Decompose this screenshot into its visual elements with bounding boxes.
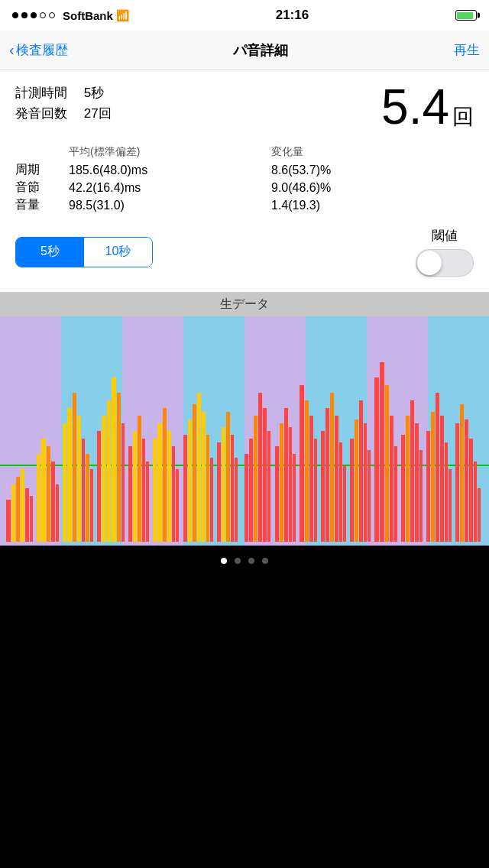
row-2-label: 音量: [15, 197, 69, 213]
svg-rect-28: [102, 416, 106, 542]
svg-rect-85: [390, 416, 393, 542]
svg-rect-97: [449, 469, 452, 542]
status-right: [455, 10, 477, 21]
svg-rect-72: [325, 408, 329, 542]
svg-rect-66: [293, 454, 296, 542]
svg-rect-90: [415, 423, 419, 542]
svg-rect-38: [153, 439, 157, 542]
segment-5sec[interactable]: 5秒: [16, 238, 84, 267]
play-button[interactable]: 再生: [454, 41, 480, 59]
svg-rect-78: [355, 419, 358, 542]
svg-rect-9: [6, 500, 11, 542]
svg-rect-68: [305, 400, 309, 542]
row-0-change: 8.6(53.7)%: [271, 164, 474, 177]
svg-rect-48: [202, 412, 206, 542]
svg-rect-76: [343, 465, 346, 542]
svg-rect-12: [21, 469, 24, 542]
svg-rect-37: [146, 462, 149, 542]
count-label: 発音回数: [15, 106, 67, 121]
svg-rect-87: [401, 435, 405, 542]
svg-rect-53: [226, 412, 230, 542]
svg-rect-27: [97, 431, 101, 542]
svg-rect-77: [350, 439, 354, 542]
svg-rect-45: [188, 419, 192, 542]
stats-header: 平均(標準偏差) 変化量: [69, 145, 474, 159]
svg-rect-51: [217, 442, 221, 542]
segment-10sec[interactable]: 10秒: [84, 238, 152, 267]
page-dot-2: [248, 558, 254, 564]
duration-value: 5秒: [84, 86, 104, 100]
threshold-section: 閾値: [416, 227, 474, 277]
segment-control[interactable]: 5秒 10秒: [15, 237, 153, 267]
duration-label: 計測時間: [15, 86, 67, 100]
svg-rect-63: [280, 423, 283, 542]
svg-rect-43: [176, 469, 179, 542]
status-bar: SoftBank 📶 21:16: [0, 0, 489, 31]
svg-rect-52: [222, 427, 225, 542]
svg-rect-40: [163, 408, 167, 542]
svg-rect-102: [474, 462, 477, 542]
svg-rect-33: [128, 446, 132, 542]
svg-rect-69: [309, 416, 313, 542]
signal-dots: [12, 12, 55, 18]
carrier-label: SoftBank: [63, 9, 113, 22]
svg-rect-80: [364, 423, 367, 542]
svg-rect-100: [465, 419, 468, 542]
svg-rect-49: [206, 435, 209, 542]
svg-rect-24: [82, 439, 85, 542]
svg-rect-91: [419, 450, 423, 542]
svg-rect-67: [300, 385, 304, 542]
svg-rect-25: [86, 454, 89, 542]
big-number-unit: 回: [452, 106, 474, 128]
svg-rect-64: [284, 408, 288, 542]
svg-rect-99: [460, 404, 464, 542]
main-content: 計測時間 5秒 発音回数 27回 5.4 回 平均(標準偏差) 変化量 周期 1…: [0, 70, 489, 292]
count-value: 27回: [84, 106, 112, 121]
svg-rect-88: [406, 416, 410, 542]
svg-rect-84: [385, 385, 389, 542]
svg-rect-54: [231, 435, 234, 542]
svg-rect-70: [314, 439, 317, 542]
svg-rect-92: [426, 431, 430, 542]
row-1-avg: 42.2(16.4)ms: [69, 181, 271, 195]
svg-rect-93: [431, 412, 435, 542]
svg-rect-60: [263, 408, 267, 542]
svg-rect-26: [90, 469, 93, 542]
stats-row-2: 音量 98.5(31.0) 1.4(19.3): [15, 197, 474, 213]
svg-rect-95: [440, 416, 444, 542]
svg-rect-34: [133, 431, 137, 542]
bottom-space: [0, 576, 489, 729]
wifi-icon: 📶: [116, 9, 129, 21]
svg-rect-14: [30, 496, 33, 542]
svg-rect-21: [67, 408, 72, 542]
svg-rect-75: [339, 442, 342, 542]
svg-rect-35: [138, 416, 141, 542]
svg-rect-11: [16, 477, 20, 542]
back-button[interactable]: ‹ 検査履歴: [9, 41, 68, 59]
signal-dot-1: [12, 12, 18, 18]
svg-rect-57: [249, 439, 253, 542]
stats-row-0: 周期 185.6(48.0)ms 8.6(53.7)%: [15, 162, 474, 178]
svg-rect-36: [142, 439, 145, 542]
svg-rect-31: [117, 393, 121, 542]
svg-rect-65: [289, 427, 292, 542]
svg-rect-15: [37, 454, 40, 542]
svg-rect-82: [374, 377, 379, 542]
status-time: 21:16: [276, 8, 309, 23]
svg-rect-30: [112, 377, 116, 542]
svg-rect-71: [321, 431, 325, 542]
signal-dot-2: [21, 12, 28, 18]
stats-row-1: 音節 42.2(16.4)ms 9.0(48.6)%: [15, 180, 474, 196]
svg-rect-62: [275, 446, 279, 542]
battery-icon: [455, 10, 477, 21]
svg-rect-46: [193, 404, 196, 542]
threshold-label: 閾値: [432, 227, 458, 245]
page-title: パ音詳細: [233, 41, 288, 60]
svg-rect-56: [244, 454, 248, 542]
chart-section: 生データ: [0, 292, 489, 546]
threshold-toggle[interactable]: [416, 249, 474, 277]
svg-rect-59: [258, 393, 262, 542]
big-number-display: 5.4 回: [381, 83, 474, 131]
svg-rect-32: [121, 423, 125, 542]
page-dot-1: [235, 558, 241, 564]
